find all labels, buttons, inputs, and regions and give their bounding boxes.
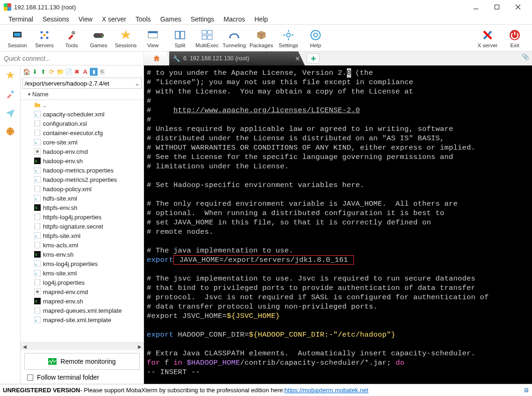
tool-session[interactable]: Session xyxy=(4,29,31,48)
tool-split[interactable]: Split xyxy=(166,29,194,48)
menu-games[interactable]: Games xyxy=(156,14,186,24)
file-tree[interactable]: ..xcapacity-scheduler.xmlconfiguration.x… xyxy=(21,100,144,342)
terminal-tab[interactable]: 🔧 6. 192.168.121.130 (root) ✕ xyxy=(169,51,305,65)
menu-macros[interactable]: Macros xyxy=(219,14,250,24)
sh-file-icon: $ xyxy=(34,204,41,211)
home-icon[interactable]: 🏠 xyxy=(22,68,30,76)
file-row[interactable]: xmapred-site.xml.template xyxy=(21,315,144,324)
svg-rect-66 xyxy=(35,279,40,286)
file-row[interactable]: $httpfs-env.sh xyxy=(21,203,144,212)
terminal-view[interactable]: # to you under the Apache License, Versi… xyxy=(144,65,532,384)
file-row[interactable]: xhdfs-site.xml xyxy=(21,194,144,203)
new-tab-button[interactable]: ✚ xyxy=(307,53,320,64)
file-row[interactable]: mapred-env.cmd xyxy=(21,287,144,296)
text-icon[interactable]: A xyxy=(81,68,89,76)
menu-x-server[interactable]: X server xyxy=(97,14,131,24)
tool-view[interactable]: View xyxy=(139,29,166,48)
column-header-name[interactable]: Name xyxy=(32,91,49,98)
file-row[interactable]: xkms-site.xml xyxy=(21,268,144,278)
tool-multiexec[interactable]: MultiExec xyxy=(194,29,221,48)
terminal-follow-icon[interactable]: ⎘ xyxy=(98,68,106,76)
tool-games[interactable]: Games xyxy=(85,29,112,48)
new-folder-icon[interactable]: 📁 xyxy=(56,68,64,76)
svg-point-31 xyxy=(314,33,317,37)
txt-file-icon xyxy=(34,279,41,286)
file-row[interactable]: configuration.xsl xyxy=(21,119,144,128)
svg-text:x: x xyxy=(35,197,37,201)
file-row[interactable]: xcapacity-scheduler.xml xyxy=(21,109,144,119)
path-input[interactable] xyxy=(23,80,133,87)
minimize-button[interactable] xyxy=(465,0,486,14)
menu-terminal[interactable]: Terminal xyxy=(4,14,38,24)
sftp-browser: 🏠 ⬇ ⬆ ⟳ 📁 📄 ✖ A ▮ ⎘ ⌄ ▾ Name xyxy=(21,65,144,384)
follow-terminal-checkbox[interactable]: Follow terminal folder xyxy=(21,372,144,384)
path-field[interactable]: ⌄ xyxy=(22,78,142,89)
file-row[interactable]: $kms-env.sh xyxy=(21,250,144,259)
file-row[interactable]: xcore-site.xml xyxy=(21,137,144,147)
tool-settings[interactable]: Settings xyxy=(275,29,302,48)
file-row[interactable]: xhadoop-metrics.properties xyxy=(21,166,144,175)
file-row[interactable]: httpfs-log4j.properties xyxy=(21,212,144,222)
file-row[interactable]: mapred-queues.xml.template xyxy=(21,306,144,315)
svg-point-9 xyxy=(46,37,49,39)
quick-connect-input[interactable] xyxy=(0,52,144,65)
file-row[interactable]: httpfs-signature.secret xyxy=(21,222,144,231)
connection-icon[interactable]: 🖥 xyxy=(523,387,529,394)
close-tab-icon[interactable]: ✕ xyxy=(295,55,300,62)
menu-view[interactable]: View xyxy=(74,14,97,24)
download-icon[interactable]: ⬇ xyxy=(31,68,39,76)
tool-help[interactable]: Help xyxy=(302,29,329,48)
paperclip-icon[interactable]: 📎 xyxy=(522,53,529,60)
remote-monitoring-button[interactable]: Remote monitoring xyxy=(24,353,140,370)
horizontal-scrollbar[interactable]: ◀▶ xyxy=(21,342,144,350)
new-file-icon[interactable]: 📄 xyxy=(65,68,72,76)
bookmark-icon[interactable]: ▮ xyxy=(90,68,98,76)
file-row[interactable]: xkms-log4j.properties xyxy=(21,259,144,268)
left-panel: 🏠 ⬇ ⬆ ⟳ 📁 📄 ✖ A ▮ ⎘ ⌄ ▾ Name xyxy=(0,51,144,384)
home-tab[interactable] xyxy=(144,51,169,65)
close-button[interactable] xyxy=(507,0,528,14)
menu-bar: TerminalSessionsViewX serverToolsGamesSe… xyxy=(0,14,532,24)
tool-tools[interactable]: Tools xyxy=(58,29,85,48)
svg-rect-59 xyxy=(35,242,40,248)
file-row[interactable]: hadoop-env.cmd xyxy=(21,147,144,156)
file-row[interactable]: $hadoop-env.sh xyxy=(21,156,144,166)
send-tab-icon[interactable] xyxy=(4,107,16,119)
subscribe-link[interactable]: https://mobaxterm.mobatek.net xyxy=(285,387,368,394)
tool-exit[interactable]: Exit xyxy=(501,29,528,48)
txt-file-icon xyxy=(34,223,41,230)
checkbox-icon[interactable] xyxy=(27,374,33,381)
svg-text:x: x xyxy=(35,113,37,117)
file-row[interactable]: hadoop-policy.xml xyxy=(21,184,144,194)
tools-icon xyxy=(65,29,78,42)
file-row[interactable]: container-executor.cfg xyxy=(21,128,144,137)
side-tab-strip xyxy=(0,65,21,384)
file-row[interactable]: $mapred-env.sh xyxy=(21,296,144,306)
maximize-button[interactable] xyxy=(486,0,507,14)
menu-tools[interactable]: Tools xyxy=(131,14,156,24)
svg-rect-55 xyxy=(35,214,40,220)
txt-file-icon xyxy=(34,213,41,221)
tool-sessions[interactable]: Sessions xyxy=(112,29,139,48)
tool-servers[interactable]: Servers xyxy=(31,29,58,48)
star-tab-icon[interactable] xyxy=(4,69,16,81)
window-controls xyxy=(465,0,528,14)
chevron-down-icon[interactable]: ⌄ xyxy=(133,80,141,87)
menu-settings[interactable]: Settings xyxy=(186,14,219,24)
globe-tab-icon[interactable] xyxy=(4,125,16,137)
tool-x-server[interactable]: X server xyxy=(474,29,501,48)
file-row[interactable]: kms-acls.xml xyxy=(21,240,144,250)
menu-help[interactable]: Help xyxy=(250,14,273,24)
delete-icon[interactable]: ✖ xyxy=(73,68,81,76)
tool-tunneling[interactable]: Tunneling xyxy=(221,29,248,48)
tool-packages[interactable]: Packages xyxy=(248,29,275,48)
file-row[interactable]: xhttpfs-site.xml xyxy=(21,231,144,240)
upload-icon[interactable]: ⬆ xyxy=(39,68,47,76)
file-row[interactable]: xhadoop-metrics2.properties xyxy=(21,175,144,184)
menu-sessions[interactable]: Sessions xyxy=(38,14,74,24)
tools-tab-icon[interactable] xyxy=(4,88,16,100)
collapse-icon[interactable]: ▾ xyxy=(28,92,30,97)
file-row[interactable]: log4j.properties xyxy=(21,278,144,287)
parent-dir[interactable]: .. xyxy=(21,100,144,109)
refresh-icon[interactable]: ⟳ xyxy=(48,68,56,76)
